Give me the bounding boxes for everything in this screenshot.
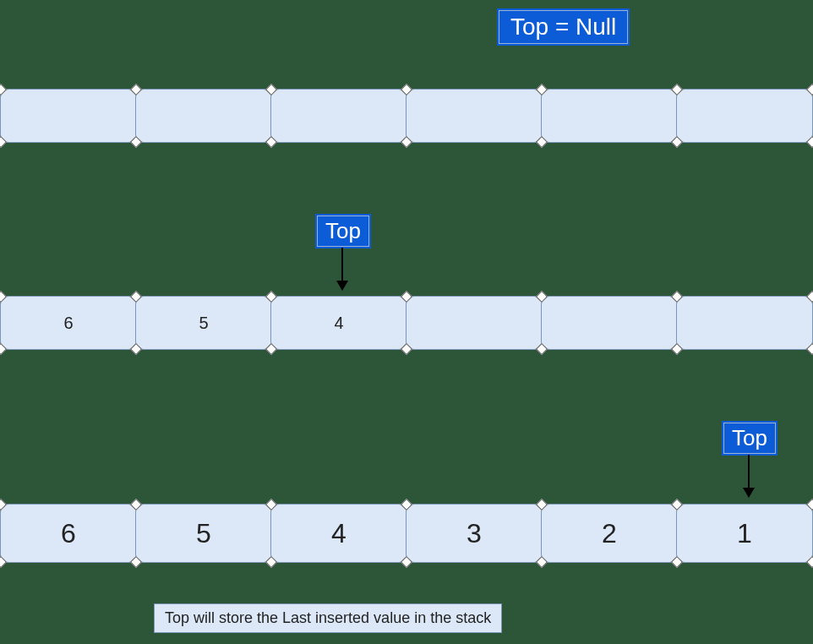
stack-row-full: 6 5 4 3 2 1 (1, 504, 812, 563)
cell-value: 4 (334, 314, 343, 333)
cell-value: 6 (63, 314, 73, 333)
stack-row-empty (1, 89, 812, 143)
stack-cell: 6 (0, 296, 137, 350)
stack-cell (676, 296, 813, 350)
top-label-full: Top (722, 421, 778, 456)
stack-cell (541, 89, 678, 143)
stack-cell: 5 (135, 504, 272, 563)
stack-cell: 2 (541, 504, 678, 563)
cell-value: 4 (331, 518, 346, 549)
cell-value: 3 (467, 518, 482, 549)
stack-cell: 4 (270, 504, 407, 563)
stack-cell (135, 89, 272, 143)
stack-cell (406, 89, 543, 143)
stack-cell (541, 296, 678, 350)
stack-cell: 5 (135, 296, 272, 350)
caption: Top will store the Last inserted value i… (154, 603, 502, 633)
stack-cell (676, 89, 813, 143)
cell-value: 5 (199, 314, 208, 333)
top-null-label: Top = Null (497, 8, 630, 46)
stack-row-partial: 6 5 4 (1, 296, 812, 350)
stack-cell: 3 (406, 504, 543, 563)
stack-cell: 4 (270, 296, 407, 350)
stack-cell (0, 89, 137, 143)
top-label-partial: Top (315, 214, 371, 248)
stack-cell: 1 (676, 504, 813, 563)
stack-cell (270, 89, 407, 143)
stack-cell: 6 (0, 504, 137, 563)
cell-value: 6 (61, 518, 76, 549)
cell-value: 2 (602, 518, 617, 549)
cell-value: 5 (196, 518, 211, 549)
arrow-icon (341, 248, 343, 290)
arrow-icon (748, 455, 750, 497)
stack-cell (406, 296, 543, 350)
cell-value: 1 (737, 518, 752, 549)
